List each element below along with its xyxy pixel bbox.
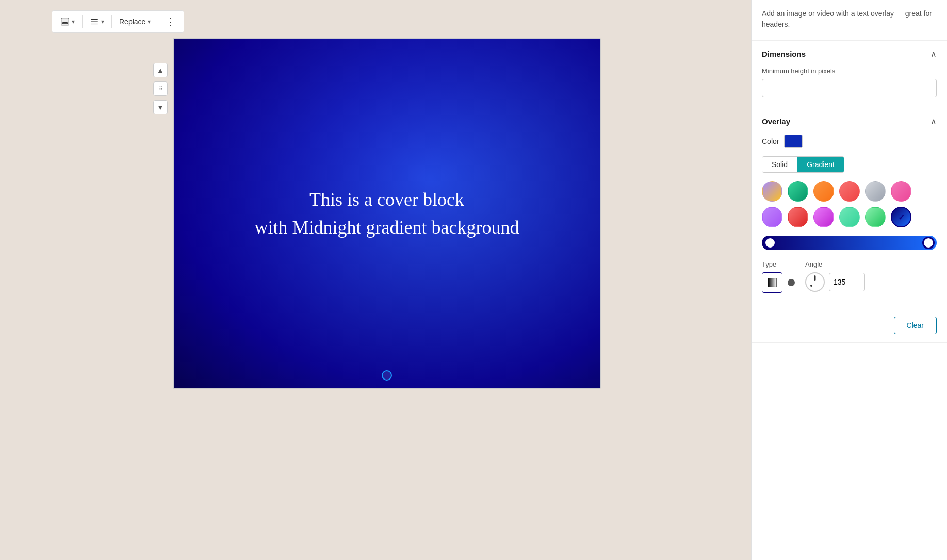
align-button[interactable]: ▾ [86,14,108,29]
editor-wrapper: ▲ ⠿ ▼ This is a cover block with Midnigh… [150,38,601,389]
gradient-track [762,236,937,250]
type-group: Type [762,260,795,293]
angle-dial[interactable] [805,272,825,292]
angle-group: Angle [805,260,865,292]
block-toolbar: ▾ ▾ Replace ▾ ⋮ [52,10,184,33]
gradient-swatch-midnight[interactable] [891,207,911,227]
svg-rect-2 [63,23,68,24]
dimensions-panel-content: Minimum height in pixels [752,67,947,108]
dimensions-panel-header[interactable]: Dimensions ∧ [752,41,947,67]
toolbar-divider-3 [158,15,158,28]
sidebar: Add an image or video with a text overla… [751,0,947,560]
cover-block[interactable]: This is a cover block with Midnight grad… [173,38,601,389]
cover-block-type-button[interactable]: ▾ [56,14,79,29]
dimensions-panel: Dimensions ∧ Minimum height in pixels [752,41,947,108]
type-options [762,272,795,293]
type-angle-row: Type [762,260,937,293]
chevron-down-icon: ▼ [157,103,164,111]
drag-icon: ⠿ [159,86,162,92]
overlay-chevron-icon: ∧ [930,117,937,126]
gradient-swatch-9[interactable] [839,207,860,227]
overlay-panel: Overlay ∧ Color Solid Gradient [752,108,947,343]
gradient-swatch-2[interactable] [813,181,834,202]
move-up-button[interactable]: ▲ [153,63,168,77]
gradient-slider[interactable] [762,236,937,250]
angle-controls [805,272,865,292]
color-label: Color [762,137,779,145]
dimensions-chevron-icon: ∧ [930,49,937,59]
sidebar-description: Add an image or video with a text overla… [752,0,947,41]
overlay-panel-content: Color Solid Gradient [752,135,947,311]
more-options-button[interactable]: ⋮ [161,13,179,30]
chevron-up-icon: ▲ [157,66,164,74]
gradient-stop-left-handle[interactable] [764,237,776,249]
gradient-swatches-grid [762,181,937,227]
min-height-label: Minimum height in pixels [762,67,937,75]
toolbar-divider [82,15,83,28]
gradient-swatch-8[interactable] [813,207,834,227]
gradient-tab-label: Gradient [807,160,835,169]
more-options-icon: ⋮ [166,16,175,27]
gradient-swatch-1[interactable] [788,181,808,202]
clear-button[interactable]: Clear [894,317,937,334]
cover-text-line2: with Midnight gradient background [255,217,519,238]
linear-type-button[interactable] [762,272,782,293]
gradient-tab[interactable]: Gradient [797,157,844,172]
color-swatch-button[interactable] [784,135,803,148]
type-label: Type [762,260,795,268]
linear-gradient-icon [767,277,777,288]
toolbar-divider-2 [111,15,112,28]
gradient-stop-right-handle[interactable] [922,237,935,249]
gradient-swatch-7[interactable] [788,207,808,227]
angle-input[interactable] [829,273,865,291]
replace-button[interactable]: Replace ▾ [115,14,155,29]
min-height-input[interactable] [762,79,937,97]
solid-tab[interactable]: Solid [762,157,797,172]
overlay-tab-group: Solid Gradient [762,156,844,173]
color-row: Color [762,135,937,148]
solid-tab-label: Solid [772,160,788,169]
dimensions-title: Dimensions [762,50,806,58]
gradient-swatch-4[interactable] [865,181,886,202]
gradient-swatch-6[interactable] [762,207,782,227]
gradient-swatch-0[interactable] [762,181,782,202]
editor-area: ▾ ▾ Replace ▾ ⋮ ▲ [0,0,751,560]
gradient-swatch-5[interactable] [891,181,911,202]
focal-point-handle[interactable] [382,370,392,381]
clear-button-row: Clear [752,311,947,342]
svg-rect-6 [768,278,777,287]
cover-text-line1: This is a cover block [309,189,464,210]
block-side-controls: ▲ ⠿ ▼ [150,59,171,119]
gradient-swatch-10[interactable] [865,207,886,227]
cover-block-text[interactable]: This is a cover block with Midnight grad… [244,175,530,252]
replace-label: Replace [119,18,145,26]
overlay-panel-header[interactable]: Overlay ∧ [752,108,947,135]
overlay-title: Overlay [762,117,790,126]
clear-label: Clear [907,321,924,330]
radial-type-button[interactable] [788,279,795,286]
gradient-swatch-3[interactable] [839,181,860,202]
sidebar-description-text: Add an image or video with a text overla… [762,9,932,28]
move-down-button[interactable]: ▼ [153,100,168,114]
angle-label: Angle [805,260,865,268]
drag-handle-button[interactable]: ⠿ [153,81,168,96]
